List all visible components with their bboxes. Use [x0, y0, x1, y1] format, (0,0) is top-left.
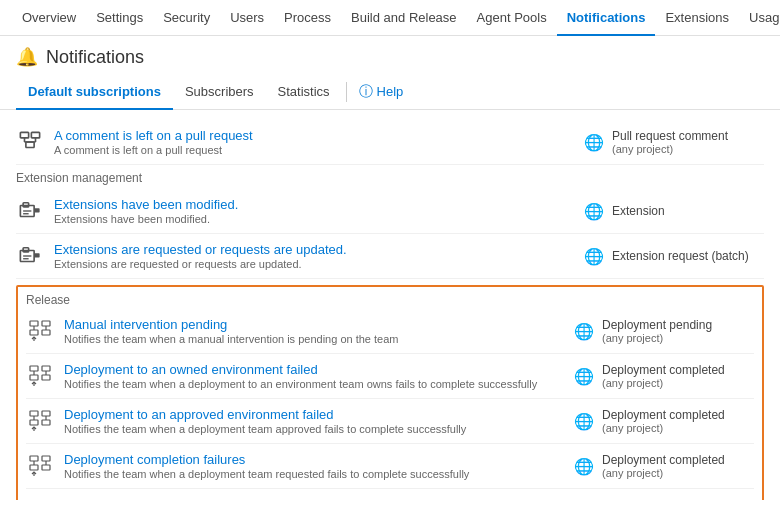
notif-type-release-1: Deployment completed [602, 363, 725, 377]
notif-right-release-0: 🌐 Deployment pending (any project) [574, 318, 754, 344]
globe-icon-ext-1: 🌐 [584, 202, 604, 221]
nav-build-release[interactable]: Build and Release [341, 0, 467, 36]
release-section-label: Release [26, 293, 754, 309]
notif-right-ext-1: 🌐 Extension [584, 202, 764, 221]
nav-divider [346, 82, 347, 102]
globe-icon-pr: 🌐 [584, 133, 604, 152]
notif-title-release-3: Deployment completion failures [64, 452, 564, 467]
notif-text-release-1: Deployment to an owned environment faile… [64, 362, 564, 390]
notif-right-release-4: 🌐 Release approval pending (any project) [574, 498, 754, 500]
deploy-icon-4 [26, 497, 54, 500]
deploy-icon-0 [26, 317, 54, 345]
nav-process[interactable]: Process [274, 0, 341, 36]
svg-rect-33 [30, 420, 38, 425]
svg-rect-27 [42, 375, 50, 380]
notif-project-release-2: (any project) [602, 422, 725, 434]
notif-text-release-0: Manual intervention pending Notifies the… [64, 317, 564, 345]
notif-desc-release-0: Notifies the team when a manual interven… [64, 333, 564, 345]
extension-icon-2 [16, 242, 44, 270]
globe-icon-release-1: 🌐 [574, 367, 594, 386]
nav-settings[interactable]: Settings [86, 0, 153, 36]
notif-text-ext-1: Extensions have been modified. Extension… [54, 197, 574, 225]
page-header: 🔔 Notifications [0, 36, 780, 74]
notif-right-ext-2: 🌐 Extension request (batch) [584, 247, 764, 266]
svg-rect-16 [34, 253, 40, 257]
svg-rect-41 [42, 465, 50, 470]
help-label: Help [377, 84, 404, 99]
nav-security[interactable]: Security [153, 0, 220, 36]
notif-type-release-3: Deployment completed [602, 453, 725, 467]
svg-rect-0 [20, 132, 28, 138]
notif-right-release-1: 🌐 Deployment completed (any project) [574, 363, 754, 389]
deploy-icon-2 [26, 407, 54, 435]
notif-desc-release-3: Notifies the team when a deployment team… [64, 468, 564, 480]
notif-type-pr: Pull request comment [612, 129, 728, 143]
deploy-icon-1 [26, 362, 54, 390]
notif-text-release-3: Deployment completion failures Notifies … [64, 452, 564, 480]
help-circle-icon: ⓘ [359, 83, 373, 101]
notif-desc-release-2: Notifies the team when a deployment team… [64, 423, 564, 435]
notif-project-release-3: (any project) [602, 467, 725, 479]
notif-text-ext-2: Extensions are requested or requests are… [54, 242, 574, 270]
notif-text-pull-request: A comment is left on a pull request A co… [54, 128, 574, 156]
notif-row-release-3: Deployment completion failures Notifies … [26, 444, 754, 489]
nav-users[interactable]: Users [220, 0, 274, 36]
svg-rect-39 [42, 456, 50, 461]
nav-notifications[interactable]: Notifications [557, 0, 656, 36]
bell-icon: 🔔 [16, 46, 38, 68]
svg-rect-11 [34, 208, 40, 212]
notif-title-release-0: Manual intervention pending [64, 317, 564, 332]
globe-icon-release-2: 🌐 [574, 412, 594, 431]
top-nav: Overview Settings Security Users Process… [0, 0, 780, 36]
svg-rect-19 [30, 330, 38, 335]
notif-project-pr: (any project) [612, 143, 728, 155]
extension-section-label: Extension management [16, 165, 764, 189]
notif-desc-ext-2: Extensions are requested or requests are… [54, 258, 574, 270]
notif-row-release-0: Manual intervention pending Notifies the… [26, 309, 754, 354]
notif-title-release-2: Deployment to an approved environment fa… [64, 407, 564, 422]
notif-title-release-4: Deployment approval pending [64, 497, 564, 500]
notif-project-release-1: (any project) [602, 377, 725, 389]
notif-title-release-1: Deployment to an owned environment faile… [64, 362, 564, 377]
notif-right-release-2: 🌐 Deployment completed (any project) [574, 408, 754, 434]
notif-right-release-3: 🌐 Deployment completed (any project) [574, 453, 754, 479]
notif-desc-ext-1: Extensions have been modified. [54, 213, 574, 225]
notif-row-release-1: Deployment to an owned environment faile… [26, 354, 754, 399]
extension-icon-1 [16, 197, 44, 225]
notif-title-ext-1: Extensions have been modified. [54, 197, 574, 212]
deploy-icon-3 [26, 452, 54, 480]
notif-title-pull-request: A comment is left on a pull request [54, 128, 574, 143]
notif-row-pull-request: A comment is left on a pull request A co… [16, 120, 764, 165]
notif-right-pull-request: 🌐 Pull request comment (any project) [584, 129, 764, 155]
svg-rect-20 [42, 330, 50, 335]
globe-icon-release-0: 🌐 [574, 322, 594, 341]
nav-agent-pools[interactable]: Agent Pools [467, 0, 557, 36]
help-link[interactable]: ⓘ Help [351, 83, 412, 101]
nav-overview[interactable]: Overview [12, 0, 86, 36]
svg-rect-40 [30, 465, 38, 470]
svg-rect-38 [30, 456, 38, 461]
notif-text-release-4: Deployment approval pending Notifies the… [64, 497, 564, 500]
svg-rect-1 [31, 132, 39, 138]
svg-rect-18 [42, 321, 50, 326]
notif-type-release-0: Deployment pending [602, 318, 712, 332]
svg-rect-26 [30, 375, 38, 380]
notif-desc-release-1: Notifies the team when a deployment to a… [64, 378, 564, 390]
nav-usage[interactable]: Usage [739, 0, 780, 36]
sub-nav: Default subscriptions Subscribers Statis… [0, 74, 780, 110]
pull-request-icon [16, 128, 44, 156]
tab-subscribers[interactable]: Subscribers [173, 74, 266, 110]
notif-title-ext-2: Extensions are requested or requests are… [54, 242, 574, 257]
content-area: A comment is left on a pull request A co… [0, 110, 780, 500]
nav-extensions[interactable]: Extensions [655, 0, 739, 36]
svg-rect-25 [42, 366, 50, 371]
release-section-box: Release Manual intervention pending Noti… [16, 285, 764, 500]
notif-row-ext-1: Extensions have been modified. Extension… [16, 189, 764, 234]
notif-project-release-0: (any project) [602, 332, 712, 344]
tab-default-subscriptions[interactable]: Default subscriptions [16, 74, 173, 110]
notif-row-release-2: Deployment to an approved environment fa… [26, 399, 754, 444]
notif-type-ext-2: Extension request (batch) [612, 249, 749, 263]
tab-statistics[interactable]: Statistics [266, 74, 342, 110]
globe-icon-release-3: 🌐 [574, 457, 594, 476]
notif-type-ext-1: Extension [612, 204, 665, 218]
